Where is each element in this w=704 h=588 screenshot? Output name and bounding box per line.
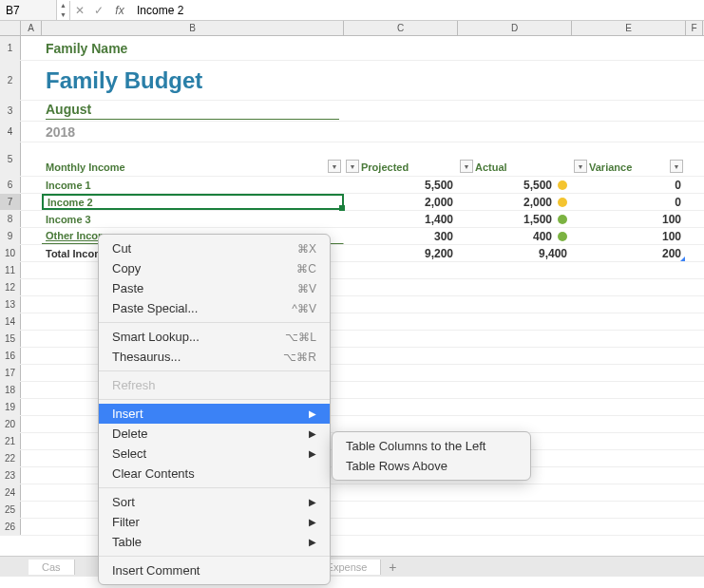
row-header[interactable]: 26	[0, 519, 21, 535]
cell-d10[interactable]: 9,400	[458, 245, 572, 261]
cancel-icon[interactable]: ✕	[70, 4, 89, 17]
row-header[interactable]: 6	[0, 177, 21, 193]
row-header[interactable]: 16	[0, 348, 21, 364]
row-header[interactable]: 2	[0, 61, 21, 100]
row-header[interactable]: 4	[0, 122, 21, 142]
row-header[interactable]: 24	[0, 484, 21, 501]
row-header[interactable]: 20	[0, 416, 21, 432]
row-header[interactable]: 10	[0, 245, 21, 261]
cell-a8[interactable]	[21, 211, 42, 227]
filter-dropdown-icon[interactable]: ▼	[670, 160, 683, 173]
row-header[interactable]: 12	[0, 279, 21, 295]
menu-paste[interactable]: Paste⌘V	[99, 278, 330, 298]
stepper-down-icon[interactable]: ▼	[57, 10, 69, 20]
row-header[interactable]: 3	[0, 101, 21, 121]
cell-c9[interactable]: 300	[344, 228, 458, 244]
cell-a5[interactable]	[21, 142, 42, 176]
cell-reference-box[interactable]: B7	[0, 0, 57, 20]
cell-e9[interactable]: 100	[572, 228, 686, 244]
row-header[interactable]: 19	[0, 399, 21, 415]
cell-b2[interactable]: Family Budget	[42, 61, 344, 100]
menu-select[interactable]: Select▶	[99, 444, 330, 464]
row-header[interactable]: 8	[0, 211, 21, 227]
cell-a1[interactable]	[21, 36, 42, 60]
filter-dropdown-icon[interactable]: ▼	[574, 160, 587, 173]
filter-dropdown-icon[interactable]: ▼	[460, 160, 473, 173]
cell-c3[interactable]	[344, 101, 458, 121]
row-header[interactable]: 15	[0, 331, 21, 347]
cell-c5[interactable]: ▼ Projected	[344, 142, 458, 176]
select-all-corner[interactable]	[0, 21, 21, 35]
cell-c4[interactable]	[344, 122, 458, 142]
column-header-c[interactable]: C	[344, 21, 458, 35]
cell-e10[interactable]: 200	[572, 245, 686, 261]
cell-b3[interactable]: August	[42, 101, 344, 121]
cell-d1[interactable]	[458, 36, 572, 60]
cell-e5[interactable]: ▼ Variance ▼	[572, 142, 686, 176]
cell-a10[interactable]	[21, 245, 42, 261]
cell-d6[interactable]: 5,500	[458, 177, 572, 193]
row-header[interactable]: 23	[0, 467, 21, 484]
cell-d9[interactable]: 400	[458, 228, 572, 244]
cell-c2[interactable]	[344, 61, 458, 100]
formula-input[interactable]	[131, 4, 704, 17]
menu-thesaurus[interactable]: Thesaurus...⌥⌘R	[99, 347, 330, 367]
menu-cut[interactable]: Cut⌘X	[99, 238, 330, 258]
row-header[interactable]: 25	[0, 502, 21, 518]
accept-icon[interactable]: ✓	[89, 4, 108, 17]
cell-c6[interactable]: 5,500	[344, 177, 458, 193]
cell-b6[interactable]: Income 1	[42, 177, 344, 193]
row-header[interactable]: 22	[0, 450, 21, 466]
row-header[interactable]: 18	[0, 382, 21, 398]
cell-e1[interactable]	[572, 36, 686, 60]
stepper-up-icon[interactable]: ▲	[57, 1, 69, 10]
cell-c7[interactable]: 2,000	[344, 194, 458, 210]
cell-e3[interactable]	[572, 101, 686, 121]
row-header[interactable]: 1	[0, 36, 21, 60]
cell-a2[interactable]	[21, 61, 42, 100]
submenu-table-columns-left[interactable]: Table Columns to the Left	[333, 436, 530, 456]
menu-filter[interactable]: Filter▶	[99, 512, 330, 532]
cell-c1[interactable]	[344, 36, 458, 60]
cell-a4[interactable]	[21, 122, 42, 142]
cell-c10[interactable]: 9,200	[344, 245, 458, 261]
cell-ref-stepper[interactable]: ▲ ▼	[57, 1, 70, 20]
cell-a3[interactable]	[21, 101, 42, 121]
row-header[interactable]: 13	[0, 296, 21, 313]
cell-d2[interactable]	[458, 61, 572, 100]
cell-b5[interactable]: Monthly Income ▼	[42, 142, 344, 176]
menu-smart-lookup[interactable]: Smart Lookup...⌥⌘L	[99, 327, 330, 347]
row-header[interactable]: 11	[0, 262, 21, 278]
row-header[interactable]: 17	[0, 365, 21, 381]
cell-e6[interactable]: 0	[572, 177, 686, 193]
menu-sort[interactable]: Sort▶	[99, 492, 330, 512]
cell-d4[interactable]	[458, 122, 572, 142]
row-header[interactable]: 14	[0, 313, 21, 330]
menu-insert-comment[interactable]: Insert Comment	[99, 560, 330, 580]
cell-e2[interactable]	[572, 61, 686, 100]
column-header-d[interactable]: D	[458, 21, 572, 35]
column-header-b[interactable]: B	[42, 21, 344, 35]
fx-label[interactable]: fx	[108, 4, 131, 17]
cell-a9[interactable]	[21, 228, 42, 244]
row-header[interactable]: 9	[0, 228, 21, 244]
menu-insert[interactable]: Insert▶	[99, 404, 330, 424]
cell-c8[interactable]: 1,400	[344, 211, 458, 227]
row-header[interactable]: 21	[0, 433, 21, 449]
cell-a6[interactable]	[21, 177, 42, 193]
cell-a7[interactable]	[21, 194, 42, 210]
menu-copy[interactable]: Copy⌘C	[99, 258, 330, 278]
add-sheet-button[interactable]: +	[381, 560, 404, 575]
menu-paste-special[interactable]: Paste Special...^⌘V	[99, 298, 330, 318]
sheet-tab[interactable]: Cas	[29, 560, 75, 575]
cell-b8[interactable]: Income 3	[42, 211, 344, 227]
cell-b7-selected[interactable]: Income 2	[42, 194, 344, 210]
menu-clear-contents[interactable]: Clear Contents	[99, 464, 330, 484]
menu-table[interactable]: Table▶	[99, 532, 330, 552]
cell-d8[interactable]: 1,500	[458, 211, 572, 227]
cell-d3[interactable]	[458, 101, 572, 121]
cell-e8[interactable]: 100	[572, 211, 686, 227]
filter-dropdown-icon[interactable]: ▼	[346, 160, 359, 173]
submenu-table-rows-above[interactable]: Table Rows Above	[333, 456, 530, 476]
column-header-f[interactable]: F	[686, 21, 703, 35]
